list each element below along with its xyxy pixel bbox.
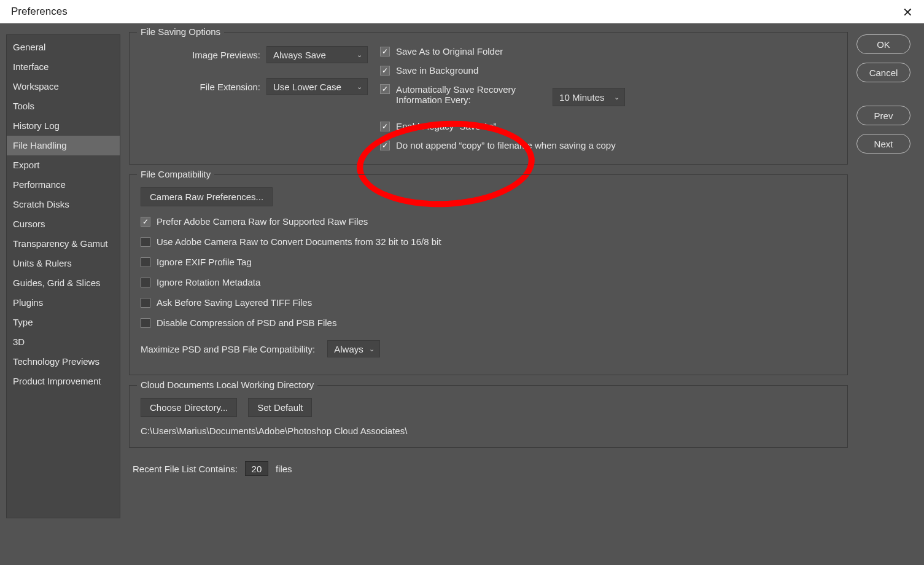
checkbox-label: Use Adobe Camera Raw to Convert Document…	[157, 236, 441, 247]
sidebar-item-label: Tools	[13, 101, 34, 111]
ignore-exif-checkbox[interactable]: Ignore EXIF Profile Tag	[141, 257, 836, 267]
save-in-background-checkbox[interactable]: ✓ Save in Background	[380, 65, 625, 76]
disable-compression-checkbox[interactable]: Disable Compression of PSD and PSB Files	[141, 318, 836, 328]
prefer-acr-checkbox[interactable]: ✓Prefer Adobe Camera Raw for Supported R…	[141, 216, 836, 227]
main-area: General Interface Workspace Tools Histor…	[0, 23, 924, 565]
sidebar-item-label: Workspace	[13, 81, 59, 92]
checkbox-label: Do not append “copy” to filename when sa…	[396, 140, 616, 150]
sidebar-item-product-improvement[interactable]: Product Improvement	[7, 372, 120, 391]
checkbox-label: Save in Background	[396, 65, 478, 76]
set-default-button[interactable]: Set Default	[248, 398, 312, 417]
sidebar-item-cursors[interactable]: Cursors	[7, 214, 120, 234]
sidebar-item-workspace[interactable]: Workspace	[7, 77, 120, 96]
sidebar-item-label: Plugins	[13, 297, 43, 308]
ok-button[interactable]: OK	[856, 34, 910, 54]
sidebar-item-label: 3D	[13, 337, 25, 347]
sidebar-item-label: Guides, Grid & Slices	[13, 278, 101, 288]
sidebar-item-scratch-disks[interactable]: Scratch Disks	[7, 195, 120, 214]
button-label: OK	[877, 39, 890, 50]
checkbox-icon	[141, 237, 150, 247]
checkbox-label: Ignore EXIF Profile Tag	[157, 257, 252, 267]
checkbox-icon: ✓	[380, 47, 390, 56]
sidebar-item-units-rulers[interactable]: Units & Rulers	[7, 254, 120, 273]
sidebar-item-plugins[interactable]: Plugins	[7, 293, 120, 313]
maximize-compat-select[interactable]: Always ⌄	[327, 340, 380, 357]
checkbox-icon: ✓	[380, 84, 390, 94]
use-acr-32bit-checkbox[interactable]: Use Adobe Camera Raw to Convert Document…	[141, 236, 836, 247]
sidebar-item-performance[interactable]: Performance	[7, 175, 120, 195]
group-legend: Cloud Documents Local Working Directory	[137, 380, 317, 390]
checkbox-icon: ✓	[141, 217, 150, 227]
sidebar-item-label: Scratch Disks	[13, 199, 69, 209]
prev-button[interactable]: Prev	[856, 106, 910, 125]
select-value: Use Lower Case	[273, 82, 341, 92]
window-title: Preferences	[11, 6, 68, 18]
checkbox-label: Save As to Original Folder	[396, 46, 503, 56]
button-label: Next	[874, 139, 893, 149]
sidebar-item-label: Transparency & Gamut	[13, 238, 108, 249]
image-previews-label: Image Previews:	[162, 50, 260, 60]
close-icon[interactable]: ✕	[903, 5, 913, 20]
chevron-down-icon: ⌄	[357, 51, 362, 59]
ignore-rotation-checkbox[interactable]: Ignore Rotation Metadata	[141, 277, 836, 287]
sidebar-item-tools[interactable]: Tools	[7, 96, 120, 116]
cloud-documents-group: Cloud Documents Local Working Directory …	[129, 385, 848, 448]
button-label: Camera Raw Preferences...	[150, 192, 263, 202]
group-legend: File Compatibility	[137, 169, 214, 179]
checkbox-icon	[141, 298, 150, 308]
sidebar-item-label: File Handling	[13, 140, 67, 150]
auto-recovery-interval-select[interactable]: 10 Minutes ⌄	[553, 88, 625, 106]
select-value: 10 Minutes	[559, 92, 604, 103]
camera-raw-preferences-button[interactable]: Camera Raw Preferences...	[141, 187, 273, 206]
sidebar-item-label: Technology Previews	[13, 356, 99, 367]
checkbox-icon: ✓	[380, 122, 390, 131]
file-extension-select[interactable]: Use Lower Case ⌄	[266, 78, 368, 95]
select-value: Always	[334, 344, 363, 354]
checkbox-label: Enable legacy “Save As”	[396, 121, 496, 131]
checkbox-label: Ask Before Saving Layered TIFF Files	[157, 297, 312, 308]
checkbox-label: Disable Compression of PSD and PSB Files	[157, 318, 336, 328]
titlebar: Preferences ✕	[0, 0, 924, 23]
file-compatibility-group: File Compatibility Camera Raw Preference…	[129, 174, 848, 375]
ask-before-tiff-checkbox[interactable]: Ask Before Saving Layered TIFF Files	[141, 297, 836, 308]
save-as-original-checkbox[interactable]: ✓ Save As to Original Folder	[380, 46, 625, 56]
sidebar-item-general[interactable]: General	[7, 37, 120, 57]
recent-file-list-label: Recent File List Contains:	[133, 464, 238, 474]
sidebar-item-export[interactable]: Export	[7, 155, 120, 175]
recent-file-count-input[interactable]	[245, 461, 268, 476]
sidebar-item-history-log[interactable]: History Log	[7, 116, 120, 136]
button-label: Choose Directory...	[150, 402, 228, 413]
sidebar-item-transparency-gamut[interactable]: Transparency & Gamut	[7, 234, 120, 254]
button-label: Set Default	[257, 402, 303, 413]
checkbox-icon	[141, 318, 150, 328]
sidebar-item-label: General	[13, 42, 45, 52]
group-legend: File Saving Options	[137, 26, 224, 37]
chevron-down-icon: ⌄	[357, 83, 362, 91]
sidebar-item-guides-grid-slices[interactable]: Guides, Grid & Slices	[7, 273, 120, 293]
do-not-append-copy-checkbox[interactable]: ✓ Do not append “copy” to filename when …	[380, 140, 625, 150]
sidebar-item-label: History Log	[13, 120, 60, 131]
cancel-button[interactable]: Cancel	[856, 63, 910, 82]
sidebar-item-3d[interactable]: 3D	[7, 332, 120, 352]
auto-save-recovery-checkbox[interactable]: ✓ Automatically Save Recovery Informatio…	[380, 84, 516, 105]
next-button[interactable]: Next	[856, 134, 910, 154]
checkbox-label-line: Information Every:	[396, 95, 471, 105]
file-saving-options-group: File Saving Options Image Previews: Alwa…	[129, 32, 848, 165]
checkbox-icon: ✓	[380, 66, 390, 76]
button-label: Prev	[874, 111, 893, 121]
chevron-down-icon: ⌄	[614, 93, 619, 101]
sidebar-item-technology-previews[interactable]: Technology Previews	[7, 352, 120, 372]
file-extension-label: File Extension:	[162, 82, 260, 92]
sidebar-item-type[interactable]: Type	[7, 313, 120, 332]
maximize-compat-label: Maximize PSD and PSB File Compatibility:	[141, 344, 315, 354]
sidebar-item-file-handling[interactable]: File Handling	[7, 136, 120, 155]
choose-directory-button[interactable]: Choose Directory...	[141, 398, 237, 417]
chevron-down-icon: ⌄	[369, 345, 375, 353]
select-value: Always Save	[273, 50, 326, 60]
checkbox-icon	[141, 278, 150, 287]
sidebar-item-label: Interface	[13, 61, 49, 72]
enable-legacy-save-as-checkbox[interactable]: ✓ Enable legacy “Save As”	[380, 121, 625, 131]
sidebar-item-interface[interactable]: Interface	[7, 57, 120, 77]
sidebar-item-label: Export	[13, 160, 39, 170]
image-previews-select[interactable]: Always Save ⌄	[266, 46, 368, 63]
